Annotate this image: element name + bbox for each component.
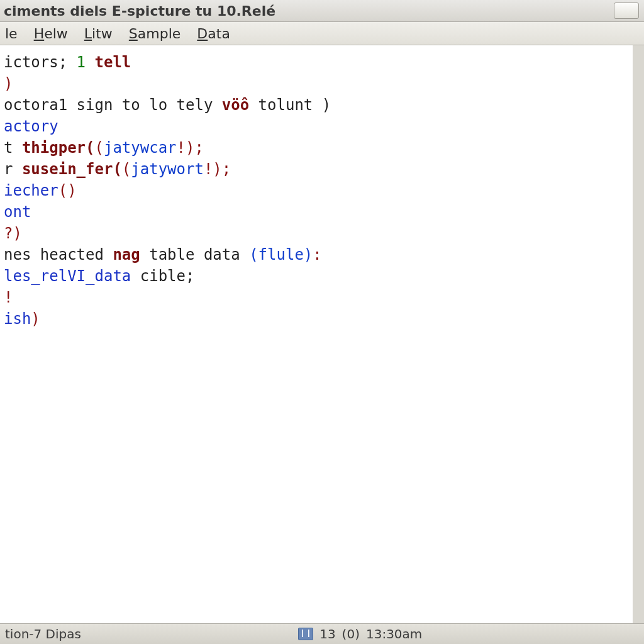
code-line: iecher(): [4, 180, 633, 201]
window-button[interactable]: [614, 3, 639, 19]
menu-data[interactable]: Data: [197, 26, 230, 42]
code-line: !: [4, 287, 633, 308]
code-line: ictors; 1 tell: [4, 52, 633, 73]
code-line: ): [4, 73, 633, 94]
code-line: r susein_fer((jatywort!);: [4, 158, 633, 180]
status-center: I I 13 (0) 13:30am: [298, 626, 423, 641]
code-line: les_relVI_data cible;: [4, 265, 633, 287]
status-time: 13:30am: [366, 626, 422, 641]
menu-sample[interactable]: Sample: [129, 26, 181, 42]
editor-window: ciments diels E-spicture tu 10.Relé le H…: [0, 0, 644, 644]
menu-file[interactable]: le: [5, 26, 18, 42]
code-line: ont: [4, 201, 633, 223]
window-title: ciments diels E-spicture tu 10.Relé: [4, 3, 275, 19]
status-badge: I I: [298, 628, 314, 640]
menu-helw[interactable]: Helw: [34, 26, 68, 42]
code-editor[interactable]: ictors; 1 tell ) octora1 sign to lo tely…: [0, 45, 644, 623]
code-line: ?): [4, 223, 633, 244]
status-left: tion-7 Dipas: [5, 626, 81, 641]
menubar: le Helw Litw Sample Data: [0, 22, 644, 45]
status-col: (0): [342, 626, 360, 641]
menu-litw[interactable]: Litw: [84, 26, 113, 42]
code-line: t thigper((jatywcar!);: [4, 137, 633, 158]
statusbar: tion-7 Dipas I I 13 (0) 13:30am: [0, 623, 644, 644]
code-line: ish): [4, 308, 633, 330]
titlebar[interactable]: ciments diels E-spicture tu 10.Relé: [0, 0, 644, 22]
code-line: nes heacted nag table data (flule):: [4, 244, 633, 265]
status-line: 13: [319, 626, 335, 641]
code-line: octora1 sign to lo tely vöô tolunt ): [4, 94, 633, 116]
code-line: actory: [4, 116, 633, 137]
